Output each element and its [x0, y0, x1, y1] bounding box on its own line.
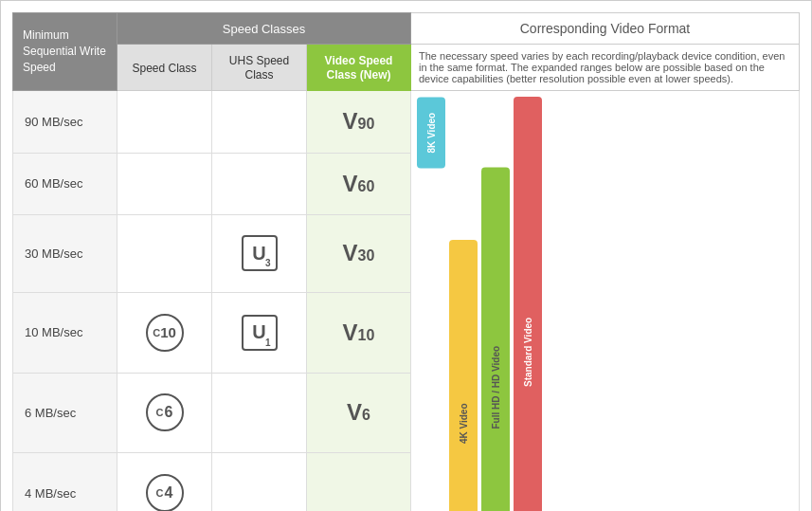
main-card: Minimum Sequential Write Speed Speed Cla…	[0, 0, 812, 511]
speed-class-table: Minimum Sequential Write Speed Speed Cla…	[12, 12, 800, 511]
speed-class-cell: C4	[117, 453, 212, 511]
uhs-speed-class-cell: U 1	[212, 292, 307, 373]
table-row: 90 MB/secV90 8K Video 4K Video Full HD /…	[13, 91, 800, 154]
video-speed-class-cell: V90	[307, 91, 411, 154]
speed-cell: 6 MB/sec	[13, 373, 117, 453]
uhs-speed-class-cell: U 3	[212, 215, 307, 293]
speed-class-cell	[117, 215, 212, 293]
speed-class-cell: C10	[117, 292, 212, 373]
header-sub-row: Speed Class UHS Speed Class Video Speed …	[13, 45, 800, 91]
uhs-speed-class-cell	[212, 453, 307, 511]
format-bars-cell: 8K Video 4K Video Full HD / HD Video Sta…	[411, 91, 800, 512]
uhs-speed-class-cell	[212, 91, 307, 154]
table-body: 90 MB/secV90 8K Video 4K Video Full HD /…	[13, 91, 800, 512]
min-write-header: Minimum Sequential Write Speed	[13, 13, 117, 91]
uhs-speed-class-subheader: UHS Speed Class	[212, 45, 307, 91]
speed-cell: 10 MB/sec	[13, 292, 117, 373]
header-top-row: Minimum Sequential Write Speed Speed Cla…	[13, 13, 800, 45]
video-format-header: Corresponding Video Format	[411, 13, 800, 45]
video-speed-class-cell	[307, 453, 411, 511]
speed-class-cell: C6	[117, 373, 212, 453]
speed-cell: 90 MB/sec	[13, 91, 117, 154]
video-speed-class-cell: V6	[307, 373, 411, 453]
video-speed-class-cell: V30	[307, 215, 411, 293]
speed-cell: 30 MB/sec	[13, 215, 117, 293]
format-bars-container: 8K Video 4K Video Full HD / HD Video Sta…	[415, 95, 795, 511]
uhs-speed-class-cell	[212, 373, 307, 453]
bar-4k: 4K Video	[449, 240, 478, 511]
video-speed-class-cell: V60	[307, 153, 411, 215]
speed-cell: 4 MB/sec	[13, 453, 117, 511]
speed-cell: 60 MB/sec	[13, 153, 117, 215]
bar-standard: Standard Video	[514, 97, 542, 511]
speed-classes-header: Speed Classes	[117, 13, 411, 45]
video-speed-class-cell: V10	[307, 292, 411, 373]
speed-class-subheader: Speed Class	[117, 45, 212, 91]
bar-8k: 8K Video	[417, 97, 445, 168]
video-speed-class-subheader: Video Speed Class (New)	[307, 45, 411, 91]
uhs-speed-class-cell	[212, 153, 307, 215]
speed-class-cell	[117, 91, 212, 154]
speed-class-cell	[117, 153, 212, 215]
bar-fullhd: Full HD / HD Video	[481, 168, 510, 511]
description-cell: The necessary speed varies by each recor…	[411, 45, 800, 91]
